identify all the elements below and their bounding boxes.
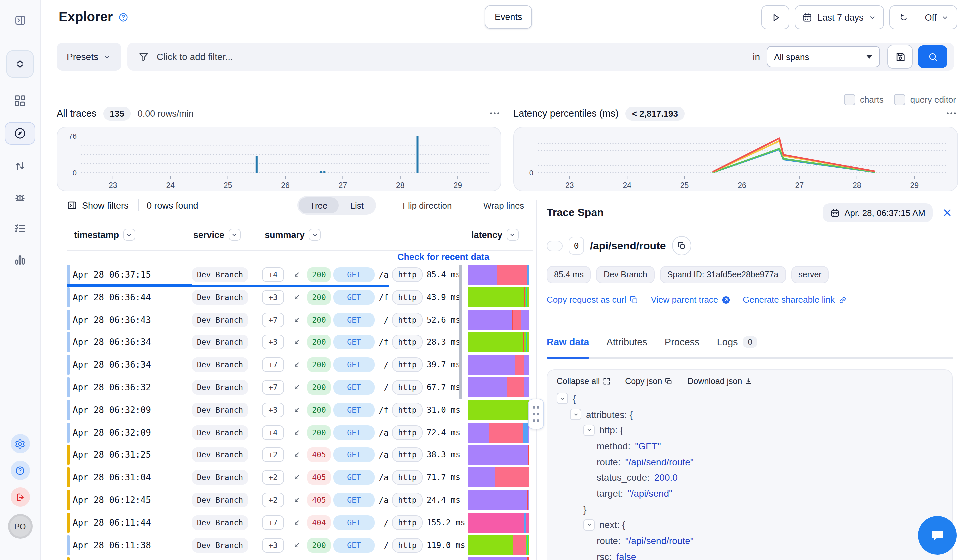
raw-action-copy-json[interactable]: Copy json [625,377,673,386]
presets-dropdown[interactable]: Presets [57,43,122,71]
span-link-generate-shareable-link[interactable]: Generate shareable link [743,295,847,305]
checkbox[interactable] [844,94,855,105]
json-value[interactable]: "/api/send/route" [626,535,694,546]
table-row[interactable]: Apr 28 06:36:34Dev Branch+7200GET/http39… [67,355,533,375]
show-filters-button[interactable]: Show filters [67,197,129,213]
table-row[interactable]: Apr 28 06:36:43Dev Branch+7200GET/http52… [67,310,533,330]
sidebar-item-routes[interactable] [5,156,35,176]
json-value[interactable]: "/api/send/route" [626,456,694,467]
chevron-down-icon[interactable] [506,229,518,241]
search-button[interactable] [918,45,947,68]
table-row[interactable]: Apr 28 06:11:44Dev Branch+7404GET/http15… [67,513,533,533]
json-value[interactable]: "/api/send" [628,488,672,499]
tab-raw-data[interactable]: Raw data [547,337,589,347]
table-row[interactable]: Apr 28 06:31:25Dev Branch+2405GET/ahttp3… [67,445,533,465]
column-header-service[interactable]: service [194,229,240,241]
traces-menu-icon[interactable] [488,107,501,120]
row-expand-badge[interactable]: +2 [262,493,284,507]
span-link-view-parent-trace[interactable]: View parent trace [651,295,731,305]
table-row[interactable]: Apr 28 06:36:32Dev Branch+7200GET/http67… [67,377,533,397]
chat-button[interactable] [918,516,957,555]
chevron-down-icon[interactable] [228,229,240,241]
checkbox[interactable] [894,94,906,105]
column-header-latency[interactable]: latency [471,229,518,241]
table-row[interactable]: Apr 28 06:11:38Dev Branch+3200GET/http11… [67,535,533,555]
save-search-button[interactable] [887,45,913,69]
row-expand-badge[interactable]: +4 [262,425,284,440]
scope-select[interactable]: All spans [766,46,880,67]
help-icon[interactable] [118,12,129,22]
run-query-button[interactable] [761,5,789,29]
row-expand-badge[interactable]: +3 [262,335,284,350]
tab-attributes[interactable]: Attributes [606,337,647,347]
sidebar-item-dashboard[interactable] [5,91,35,110]
resize-handle[interactable] [528,398,544,429]
row-expand-badge[interactable]: +7 [262,312,284,327]
row-expand-badge[interactable]: +3 [262,290,284,305]
row-expand-badge[interactable]: +3 [262,538,284,552]
wrap-lines-button[interactable]: Wrap lines [483,197,524,213]
row-expand-badge[interactable]: +7 [262,380,284,395]
org-switcher-button[interactable] [6,50,34,78]
sidebar-item-bar-chart[interactable] [5,250,35,270]
sidebar-help-button[interactable] [10,461,30,480]
flip-direction-button[interactable]: Flip direction [403,197,452,213]
row-expand-badge[interactable]: +7 [262,357,284,372]
table-row[interactable]: Apr 28 06:31:04Dev Branch+2405GET/ahttp7… [67,467,533,487]
table-row[interactable]: Apr 28 06:36:34Dev Branch+3200GET/fhttp2… [67,332,533,352]
traces-histogram[interactable]: 76023242526272829 [57,126,501,191]
json-value[interactable]: false [616,551,636,560]
json-value[interactable]: 200.0 [654,472,678,483]
chevron-down-icon[interactable] [123,229,135,241]
row-expand-badge[interactable]: +4 [262,267,284,282]
row-expand-badge[interactable]: +7 [262,515,284,530]
chevron-down-icon[interactable] [570,409,581,420]
span-link-copy-request-as-curl[interactable]: Copy request as curl [547,295,638,305]
refresh-button[interactable] [890,6,917,29]
toggle-query-editor[interactable]: query editor [894,94,956,105]
time-range-dropdown[interactable]: Last 7 days [795,5,884,29]
panel-collapse-icon[interactable] [14,14,26,27]
view-mode-tree[interactable]: Tree [299,197,339,213]
chevron-down-icon[interactable] [583,519,595,531]
sidebar-item-checklist[interactable] [5,219,35,238]
chevron-down-icon[interactable] [583,424,595,436]
live-mode-dropdown[interactable]: Off [917,6,957,29]
avatar[interactable]: PO [8,514,32,539]
sidebar-gear-button[interactable] [10,434,30,453]
view-mode-list[interactable]: List [339,197,375,213]
span-checkbox[interactable] [547,240,563,251]
filter-input[interactable] [155,51,746,62]
row-expand-badge[interactable]: +2 [262,448,284,462]
table-row[interactable]: Apr 28 06:37:15Dev Branch+4200GET/ahttp8… [67,265,533,285]
copy-span-name-button[interactable] [672,236,691,255]
latency-percentiles-chart[interactable]: 023242526272829 [514,126,958,191]
table-row[interactable]: Apr 28 06:32:09Dev Branch+3200GET/fhttp3… [67,400,533,420]
chevron-down-icon[interactable] [557,393,568,404]
sidebar-item-bug[interactable] [5,187,35,207]
table-row[interactable]: Apr 28 06:36:44Dev Branch+3200GET/fhttp4… [67,287,533,307]
events-button[interactable]: Events [485,5,532,29]
table-row[interactable]: Apr 28 06:32:09Dev Branch+4200GET/ahttp7… [67,422,533,442]
raw-action-download-json[interactable]: Download json [687,377,753,386]
row-expand-badge[interactable]: +2 [262,470,284,485]
column-header-summary[interactable]: summary [265,229,321,241]
panel-divider[interactable] [536,200,537,560]
json-value[interactable]: "GET" [635,441,661,451]
toggle-charts[interactable]: charts [844,94,884,105]
tab-logs[interactable]: Logs0 [717,336,758,348]
sidebar-item-compass[interactable] [5,122,35,145]
table-row[interactable]: Apr 28 06:12:45Dev Branch+2405GET/ahttp2… [67,490,533,510]
table-scrollbar[interactable] [459,265,462,399]
tab-process[interactable]: Process [665,337,700,347]
raw-action-collapse-all[interactable]: Collapse all [557,377,610,386]
table-row[interactable] [67,558,533,560]
sidebar-logout-button[interactable] [10,487,30,507]
chevron-down-icon[interactable] [309,229,321,241]
close-icon[interactable] [942,207,953,218]
latency-menu-icon[interactable] [945,107,958,120]
column-header-timestamp[interactable]: timestamp [74,229,135,241]
check-recent-data-link[interactable]: Check for recent data [397,252,489,262]
filter-bar[interactable]: in All spans [127,43,954,71]
row-expand-badge[interactable]: +3 [262,403,284,418]
